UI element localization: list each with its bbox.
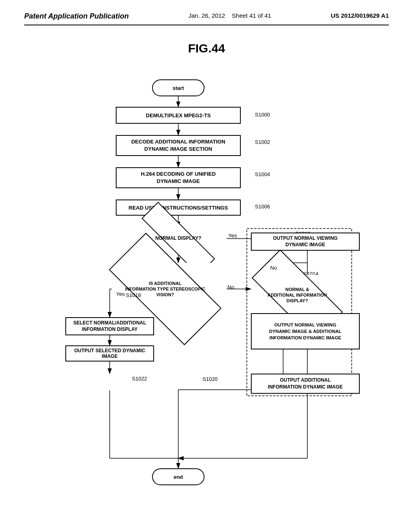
start-node: start xyxy=(152,79,204,96)
s1022-label: S1022 xyxy=(132,376,147,382)
publication-label: Patent Application Publication xyxy=(24,12,129,20)
end-label: end xyxy=(173,474,183,480)
s1018-box: OUTPUT NORMAL VIEWINGDYNAMIC IMAGE & ADD… xyxy=(251,313,360,349)
patent-number: US 2012/0019629 A1 xyxy=(331,12,389,19)
header-left: Patent Application Publication xyxy=(24,12,129,21)
s1020-box: SELECT NORMAL/ADDITIONALINFORMATION DISP… xyxy=(65,317,154,335)
header-center: Jan. 26, 2012 Sheet 41 of 41 xyxy=(188,12,271,19)
diamond1-text: NORMAL DISPLAY? xyxy=(155,235,201,242)
end-node: end xyxy=(152,468,204,485)
header: Patent Application Publication Jan. 26, … xyxy=(24,12,389,25)
d2-yes-label: Yes xyxy=(116,291,125,297)
s1002-box: DECODE ADDITIONAL INFORMATIONDYNAMIC IMA… xyxy=(116,135,241,156)
page: Patent Application Publication Jan. 26, … xyxy=(0,0,413,532)
s1000-box: DEMULTIPLEX MPEG2-TS xyxy=(116,107,241,124)
s1022-box: OUTPUT SELECTED DYNAMIC IMAGE xyxy=(65,345,154,362)
diamond3-text: NORMAL &ADDITIONAL INFORMATIONDISPLAY? xyxy=(267,287,327,304)
flowchart-diagram: start S1000 DEMULTIPLEX MPEG2-TS S1002 D… xyxy=(53,71,360,499)
s1016-label: S1020 xyxy=(202,376,218,382)
s1004-box: H.264 DECODING OF UNIFIEDDYNAMIC IMAGE xyxy=(116,167,241,188)
date-sheet: Jan. 26, 2012 Sheet 41 of 41 xyxy=(188,12,271,19)
s1014-diamond: NORMAL &ADDITIONAL INFORMATIONDISPLAY? xyxy=(253,275,342,315)
d1-yes-label: Yes xyxy=(228,233,237,239)
start-label: start xyxy=(173,85,184,91)
s1002-label: S1002 xyxy=(255,139,270,145)
s1004-label: S1004 xyxy=(255,171,270,177)
flowchart-container: start S1000 DEMULTIPLEX MPEG2-TS S1002 D… xyxy=(53,71,360,499)
s1006-label: S1006 xyxy=(255,204,270,210)
diamond2-text: IS ADDITIONALINFORMATION TYPE STEREOSCOP… xyxy=(125,281,205,298)
s1010-box: OUTPUT NORMAL VIEWINGDYNAMIC IMAGE xyxy=(251,233,360,251)
s1016-box: OUTPUT ADDITIONALINFORMATION DYNAMIC IMA… xyxy=(251,374,360,394)
s1012-diamond: IS ADDITIONALINFORMATION TYPE STEREOSCOP… xyxy=(112,263,219,315)
header-right: US 2012/0019629 A1 xyxy=(331,12,389,19)
d3-no-label: No xyxy=(270,265,277,271)
s1000-label: S1000 xyxy=(255,112,270,118)
d2-no-label: No xyxy=(227,284,234,290)
s1006-box: READ USER INSTRUCTIONS/SETTINGS xyxy=(116,200,241,216)
fig-title: FIG.44 xyxy=(24,42,389,55)
